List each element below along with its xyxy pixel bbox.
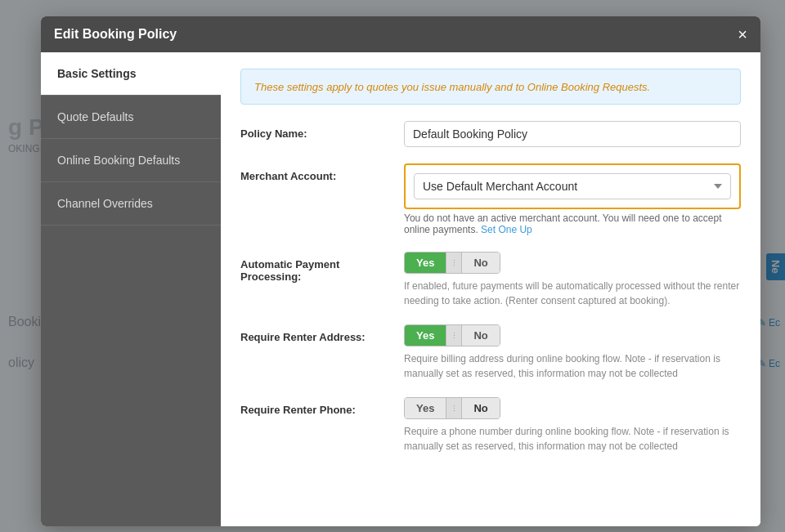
require-phone-yes-button[interactable]: Yes — [405, 398, 446, 418]
require-address-yes-button[interactable]: Yes — [405, 325, 446, 346]
merchant-account-control: Use Default Merchant Account You do not … — [404, 163, 741, 235]
edit-booking-policy-modal: Edit Booking Policy × Basic Settings Quo… — [41, 16, 760, 526]
require-phone-no-button[interactable]: No — [462, 398, 499, 418]
auto-payment-toggle[interactable]: Yes ⋮ No — [404, 252, 500, 274]
toggle-separator: ⋮ — [446, 253, 462, 273]
merchant-account-label: Merchant Account: — [240, 163, 404, 182]
merchant-account-row: Merchant Account: Use Default Merchant A… — [240, 163, 741, 235]
auto-payment-yes-button[interactable]: Yes — [405, 253, 446, 273]
policy-name-label: Policy Name: — [240, 121, 404, 140]
auto-payment-control: Yes ⋮ No If enabled, future payments wil… — [404, 252, 741, 308]
info-box: These settings apply to quotes you issue… — [240, 69, 741, 105]
sidebar-item-quote-defaults[interactable]: Quote Defaults — [41, 96, 221, 139]
require-phone-toggle[interactable]: Yes ⋮ No — [404, 397, 500, 419]
separator-dots-2: ⋮ — [451, 332, 457, 340]
sidebar-item-channel-overrides[interactable]: Channel Overrides — [41, 182, 221, 226]
require-address-toggle[interactable]: Yes ⋮ No — [404, 324, 500, 346]
toggle-separator-3: ⋮ — [446, 398, 462, 418]
sidebar-item-online-booking-defaults[interactable]: Online Booking Defaults — [41, 139, 221, 182]
modal-title: Edit Booking Policy — [54, 27, 177, 42]
toggle-separator-2: ⋮ — [446, 325, 462, 346]
merchant-highlight-box: Use Default Merchant Account — [404, 163, 741, 209]
info-box-text: These settings apply to quotes you issue… — [254, 81, 650, 93]
modal-close-button[interactable]: × — [738, 26, 747, 42]
auto-payment-row: Automatic Payment Processing: Yes ⋮ No I… — [240, 252, 741, 308]
separator-dots: ⋮ — [451, 259, 457, 267]
require-address-row: Require Renter Address: Yes ⋮ No Require… — [240, 324, 741, 381]
require-address-no-button[interactable]: No — [462, 325, 499, 346]
require-phone-control: Yes ⋮ No Require a phone number during o… — [404, 397, 741, 454]
modal-sidebar: Basic Settings Quote Defaults Online Boo… — [41, 52, 221, 526]
modal-content: These settings apply to quotes you issue… — [221, 52, 760, 526]
policy-name-input[interactable] — [404, 121, 741, 147]
require-phone-row: Require Renter Phone: Yes ⋮ No Require a… — [240, 397, 741, 454]
auto-payment-label: Automatic Payment Processing: — [240, 252, 404, 283]
modal-body: Basic Settings Quote Defaults Online Boo… — [41, 52, 760, 526]
modal-header: Edit Booking Policy × — [41, 16, 760, 52]
separator-dots-3: ⋮ — [451, 405, 457, 413]
auto-payment-hint: If enabled, future payments will be auto… — [404, 279, 741, 308]
require-address-control: Yes ⋮ No Require billing address during … — [404, 324, 741, 381]
merchant-account-select[interactable]: Use Default Merchant Account — [414, 173, 731, 199]
require-address-label: Require Renter Address: — [240, 324, 404, 343]
policy-name-control — [404, 121, 741, 147]
require-address-hint: Require billing address during online bo… — [404, 351, 741, 381]
policy-name-row: Policy Name: — [240, 121, 741, 147]
require-phone-label: Require Renter Phone: — [240, 397, 404, 416]
set-one-up-link[interactable]: Set One Up — [481, 224, 532, 235]
require-phone-hint: Require a phone number during online boo… — [404, 424, 741, 454]
auto-payment-no-button[interactable]: No — [462, 253, 499, 273]
merchant-warning-text: You do not have an active merchant accou… — [404, 212, 741, 235]
sidebar-item-basic-settings[interactable]: Basic Settings — [41, 52, 221, 96]
